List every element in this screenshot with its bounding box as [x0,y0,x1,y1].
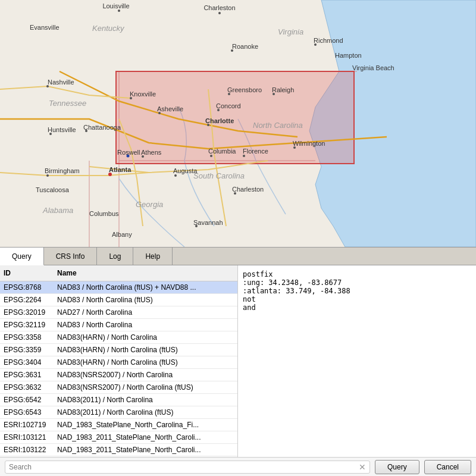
search-input[interactable] [9,463,359,471]
cancel-button[interactable]: Cancel [424,460,471,474]
state-nc: North Carolina [253,121,303,130]
cell-name: NAD_1983_StatePlane_North_Carolina_Fi... [54,419,237,431]
state-alabama: Alabama [42,206,73,215]
cell-id: EPSG:3404 [0,356,54,368]
city-richmond: Richmond [314,37,343,44]
search-clear-icon[interactable]: ✕ [359,462,366,472]
svg-point-22 [46,174,49,177]
tab-query[interactable]: Query [0,248,44,265]
city-evansville: Evansville [30,24,60,31]
table-row[interactable]: EPSG:32119NAD83 / North Carolina [0,319,237,331]
cell-id: EPSG:6542 [0,394,54,406]
query-panel: postfix :ung: 34.2348, -83.8677 :atlanta… [238,265,476,457]
table-row[interactable]: EPSG:8768NAD83 / North Carolina (ftUS) +… [0,281,237,294]
city-concord: Concord [216,102,241,109]
query-button[interactable]: Query [375,460,419,474]
city-tuscaloosa: Tuscaloosa [36,186,70,193]
state-sc: South Carolina [193,171,245,180]
city-charleston-wv: Charleston [203,4,235,11]
city-charleston-sc: Charleston [232,186,264,193]
tab-crs-info[interactable]: CRS Info [44,248,98,265]
state-georgia: Georgia [136,200,163,209]
cell-name: NAD83(NSRS2007) / North Carolina (ftUS) [54,381,237,393]
svg-point-3 [218,12,221,14]
cell-id: EPSG:3632 [0,381,54,393]
cell-id: EPSG:32019 [0,306,54,318]
city-raleigh: Raleigh [272,86,294,93]
city-huntsville: Huntsville [48,126,76,133]
tab-log[interactable]: Log [97,248,133,265]
city-columbia: Columbia [208,148,236,155]
search-input-wrap[interactable]: ✕ [5,461,370,474]
city-roswell: Roswell [117,149,140,156]
cell-id: ESRI:103122 [0,444,54,456]
search-bar: ✕ Query Cancel [0,457,476,476]
cell-id: EPSG:2264 [0,294,54,306]
svg-point-21 [174,174,177,177]
table-row[interactable]: ESRI:103122NAD_1983_2011_StatePlane_Nort… [0,444,237,456]
table-header: ID Name [0,265,237,281]
cell-id: EPSG:8768 [0,281,54,293]
cell-name: NAD83(HARN) / North Carolina [54,331,237,343]
table-row[interactable]: EPSG:2264NAD83 / North Carolina (ftUS) [0,294,237,306]
city-columbus: Columbus [89,210,119,217]
map-container: Louisville Charleston Evansville Roanoke… [0,0,476,247]
tabs-row: Query CRS Info Log Help [0,248,476,265]
city-charlotte: Charlotte [205,117,234,124]
city-wilmington: Wilmington [293,140,325,147]
city-chattanooga: Chattanooga [83,124,121,131]
city-asheville: Asheville [157,105,183,112]
table-row[interactable]: EPSG:3359NAD83(HARN) / North Carolina (f… [0,344,237,356]
cell-id: ESRI:103121 [0,431,54,443]
city-atlanta: Atlanta [109,166,131,173]
table-body: EPSG:8768NAD83 / North Carolina (ftUS) +… [0,281,237,457]
city-hampton: Hampton [335,52,362,59]
cell-id: EPSG:3631 [0,369,54,381]
cell-name: NAD83(HARN) / North Carolina (ftUS) [54,344,237,356]
table-row[interactable]: EPSG:3631NAD83(NSRS2007) / North Carolin… [0,369,237,381]
state-kentucky: Kentucky [92,24,125,33]
svg-point-18 [210,155,212,157]
state-virginia: Virginia [278,27,303,36]
bottom-buttons: Query Cancel [375,460,471,474]
city-vb: Virginia Beach [352,64,394,71]
city-greensboro: Greensboro [227,86,262,93]
cell-name: NAD83(2011) / North Carolina (ftUS) [54,406,237,418]
cell-name: NAD83(NSRS2007) / North Carolina [54,369,237,381]
table-panel: ID Name EPSG:8768NAD83 / North Carolina … [0,265,238,457]
table-row[interactable]: EPSG:3404NAD83(HARN) / North Carolina (f… [0,356,237,369]
table-row[interactable]: EPSG:6542NAD83(2011) / North Carolina [0,394,237,406]
col-header-id: ID [0,268,54,278]
city-albany: Albany [112,231,132,238]
table-row[interactable]: ESRI:103121NAD_1983_2011_StatePlane_Nort… [0,431,237,444]
tab-help[interactable]: Help [133,248,173,265]
table-row[interactable]: EPSG:3358NAD83(HARN) / North Carolina [0,331,237,344]
content-area: ID Name EPSG:8768NAD83 / North Carolina … [0,265,476,457]
table-row[interactable]: EPSG:32019NAD27 / North Carolina [0,306,237,319]
cell-id: ESRI:102719 [0,419,54,431]
table-row[interactable]: EPSG:3632NAD83(NSRS2007) / North Carolin… [0,381,237,394]
cell-name: NAD83 / North Carolina [54,319,237,331]
table-row[interactable]: EPSG:6543NAD83(2011) / North Carolina (f… [0,406,237,419]
table-row[interactable]: ESRI:102719NAD_1983_StatePlane_North_Car… [0,419,237,431]
cell-id: EPSG:3358 [0,331,54,343]
cell-name: NAD83 / North Carolina (ftUS) [54,294,237,306]
cell-id: EPSG:6543 [0,406,54,418]
cell-name: NAD_1983_2011_StatePlane_North_Caroli... [54,431,237,443]
col-header-name: Name [54,268,237,278]
cell-name: NAD_1983_2011_StatePlane_North_Caroli... [54,444,237,456]
bottom-panel: Query CRS Info Log Help ID Name EPSG:876… [0,247,476,476]
city-birmingham: Birmingham [45,167,80,174]
svg-point-19 [243,155,245,157]
cell-id: EPSG:32119 [0,319,54,331]
city-savannah: Savannah [193,219,223,226]
city-louisville: Louisville [102,2,129,10]
city-roanoke: Roanoke [232,43,258,50]
cell-name: NAD83(2011) / North Carolina [54,394,237,406]
cell-name: NAD83(HARN) / North Carolina (ftUS) [54,356,237,368]
cell-id: EPSG:3359 [0,344,54,356]
city-athens: Athens [141,149,162,156]
svg-point-2 [118,10,120,12]
city-florence: Florence [243,148,268,155]
city-nashville: Nashville [48,79,74,86]
